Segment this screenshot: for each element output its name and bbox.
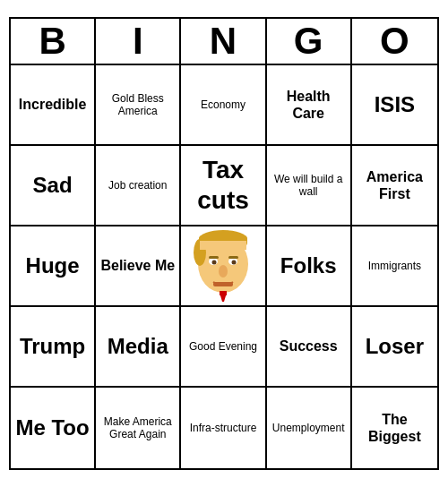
svg-rect-9	[209, 256, 219, 259]
bingo-cell-9: America First	[352, 146, 437, 226]
bingo-cell-16: Media	[96, 307, 181, 388]
bingo-cell-23: Unemployment	[267, 388, 352, 468]
bingo-cell-7: Tax cuts	[181, 146, 266, 226]
bingo-letter-b: B	[11, 19, 96, 64]
bingo-cell-14: Immigrants	[352, 226, 437, 307]
bingo-header: BINGO	[11, 19, 437, 65]
bingo-cell-13: Folks	[267, 226, 352, 307]
bingo-cell-2: Economy	[181, 65, 266, 146]
bingo-cell-19: Loser	[352, 307, 437, 388]
bingo-cell-20: Me Too	[11, 388, 96, 468]
bingo-cell-8: We will build a wall	[267, 146, 352, 226]
bingo-cell-22: Infra-structure	[181, 388, 266, 468]
svg-point-8	[231, 261, 236, 265]
svg-rect-14	[220, 291, 227, 295]
bingo-cell-1: Gold Bless America	[96, 65, 181, 146]
svg-rect-4	[200, 241, 246, 250]
bingo-letter-g: G	[267, 19, 352, 64]
bingo-cell-10: Huge	[11, 226, 96, 307]
bingo-cell-6: Job creation	[96, 146, 181, 226]
bingo-cell-11: Believe Me	[96, 226, 181, 307]
bingo-cell-0: Incredible	[11, 65, 96, 146]
bingo-cell-3: Health Care	[267, 65, 352, 146]
bingo-card: BINGO IncredibleGold Bless AmericaEconom…	[9, 17, 439, 470]
svg-rect-12	[213, 282, 233, 286]
bingo-cell-18: Success	[267, 307, 352, 388]
bingo-cell-5: Sad	[11, 146, 96, 226]
bingo-letter-o: O	[352, 19, 437, 64]
bingo-letter-i: I	[96, 19, 181, 64]
bingo-cell-12	[181, 226, 266, 307]
bingo-letter-n: N	[181, 19, 266, 64]
svg-point-11	[219, 265, 228, 278]
bingo-cell-24: The Biggest	[352, 388, 437, 468]
bingo-grid: IncredibleGold Bless AmericaEconomyHealt…	[11, 65, 437, 468]
bingo-cell-15: Trump	[11, 307, 96, 388]
bingo-cell-17: Good Evening	[181, 307, 266, 388]
svg-rect-10	[228, 256, 238, 259]
bingo-cell-4: ISIS	[352, 65, 437, 146]
trump-image	[192, 230, 254, 302]
svg-point-7	[211, 261, 216, 265]
bingo-cell-21: Make America Great Again	[96, 388, 181, 468]
